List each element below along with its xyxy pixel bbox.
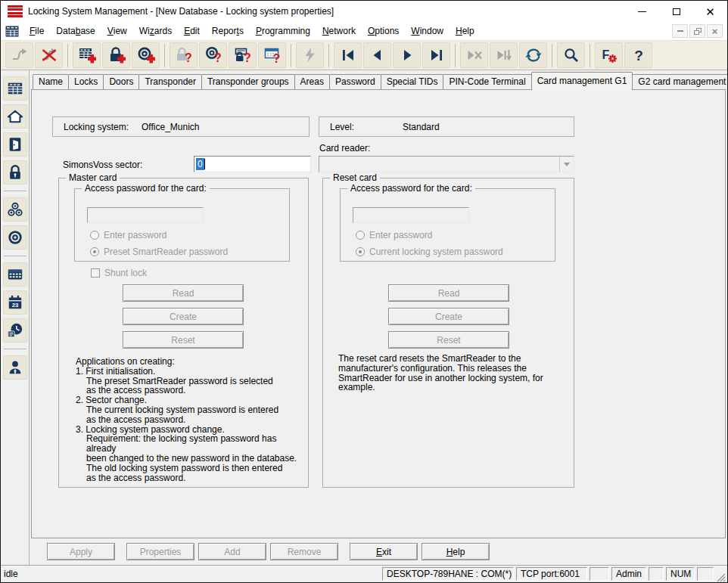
reset-reset-button[interactable]: Reset bbox=[388, 331, 509, 349]
tab-g2-card-management[interactable]: G2 card management bbox=[632, 74, 728, 89]
sidebar-transponder-button[interactable] bbox=[3, 225, 27, 250]
menu-reports[interactable]: Reports bbox=[206, 22, 250, 40]
tab-transponder[interactable]: Transponder bbox=[138, 74, 202, 89]
menu-view[interactable]: View bbox=[101, 22, 133, 40]
first-record-button[interactable] bbox=[334, 42, 362, 68]
menu-file[interactable]: File bbox=[23, 22, 50, 40]
remove-button[interactable]: Remove bbox=[270, 543, 338, 560]
jump-record-icon bbox=[495, 46, 513, 64]
sidebar-locking-system-button[interactable] bbox=[3, 76, 27, 101]
help-button[interactable]: ? bbox=[624, 42, 652, 68]
sidebar-lock-button[interactable] bbox=[3, 160, 27, 185]
master-password-input[interactable] bbox=[87, 207, 204, 223]
disconnect-icon bbox=[40, 46, 58, 64]
help-button-bottom[interactable]: Help bbox=[422, 543, 490, 560]
last-record-icon bbox=[428, 46, 446, 64]
properties-button[interactable]: Properties bbox=[126, 543, 194, 560]
disconnect-button[interactable] bbox=[35, 42, 63, 68]
new-lock-button[interactable] bbox=[102, 42, 130, 68]
new-transponder-button[interactable] bbox=[132, 42, 160, 68]
sidebar-door-button[interactable] bbox=[3, 132, 27, 157]
sidebar-user-button[interactable] bbox=[3, 355, 27, 380]
sidebar-transponder-group-button[interactable] bbox=[3, 197, 27, 222]
minimize-icon bbox=[638, 11, 646, 12]
add-button[interactable]: Add bbox=[198, 543, 266, 560]
maximize-icon bbox=[673, 8, 680, 15]
tab-areas[interactable]: Areas bbox=[294, 74, 330, 89]
master-radio-preset-password[interactable]: Preset SmartReader password bbox=[90, 247, 228, 257]
toolbar-separator bbox=[291, 44, 291, 67]
master-create-button[interactable]: Create bbox=[123, 308, 244, 325]
menu-programming[interactable]: Programming bbox=[250, 22, 316, 40]
sector-input[interactable]: 0 bbox=[194, 156, 311, 172]
door-icon bbox=[7, 136, 23, 153]
sidebar-log-button[interactable] bbox=[3, 318, 27, 343]
jump-record-button[interactable] bbox=[490, 42, 518, 68]
next-record-button[interactable] bbox=[393, 42, 421, 68]
tab-card-management-g1[interactable]: Card management G1 bbox=[531, 72, 633, 90]
minimize-button[interactable] bbox=[625, 1, 659, 22]
status-host: DESKTOP-789HANE : COM(*) bbox=[382, 567, 514, 581]
search-button[interactable] bbox=[557, 42, 585, 68]
maximize-button[interactable] bbox=[659, 1, 693, 22]
tab-password[interactable]: Password bbox=[329, 74, 381, 89]
cancel-record-button[interactable] bbox=[460, 42, 488, 68]
svg-text:23: 23 bbox=[11, 302, 18, 309]
simonsvoss-logo-icon bbox=[8, 5, 23, 17]
new-locking-system-button[interactable] bbox=[73, 42, 101, 68]
reset-radio-enter-password[interactable]: Enter password bbox=[356, 230, 432, 240]
previous-record-button[interactable] bbox=[363, 42, 391, 68]
mdi-close-button[interactable]: × bbox=[707, 24, 723, 38]
exit-button[interactable]: Exit bbox=[350, 543, 418, 560]
tab-name[interactable]: Name bbox=[33, 74, 69, 89]
sidebar-matrix-button[interactable] bbox=[3, 262, 27, 287]
mdi-restore-button[interactable] bbox=[689, 24, 705, 38]
read-device-button[interactable]: ? bbox=[258, 42, 286, 68]
reset-radio-current-password[interactable]: Current locking system password bbox=[356, 247, 503, 257]
resize-grip-icon[interactable] bbox=[716, 570, 726, 582]
dropdown-button[interactable] bbox=[559, 157, 574, 172]
minimize-icon bbox=[677, 30, 683, 32]
reset-read-button[interactable]: Read bbox=[388, 284, 509, 302]
close-button[interactable]: ✕ bbox=[693, 1, 727, 22]
master-radio-enter-password[interactable]: Enter password bbox=[90, 230, 166, 240]
last-record-button[interactable] bbox=[422, 42, 450, 68]
master-reset-button[interactable]: Reset bbox=[123, 331, 244, 349]
tab-doors[interactable]: Doors bbox=[103, 74, 139, 89]
read-lock-button[interactable]: ? bbox=[170, 42, 198, 68]
card-reader-select[interactable] bbox=[319, 156, 574, 172]
menu-network[interactable]: Network bbox=[316, 22, 362, 40]
menu-edit[interactable]: Edit bbox=[178, 22, 206, 40]
status-blank-1 bbox=[590, 567, 609, 581]
locking-system-value: Office_Munich bbox=[142, 122, 199, 132]
tab-special-tids[interactable]: Special TIDs bbox=[381, 74, 444, 89]
sidebar-home-button[interactable] bbox=[3, 104, 27, 129]
read-lock-g1-button[interactable]: ? bbox=[229, 42, 257, 68]
menu-database[interactable]: Database bbox=[50, 22, 101, 40]
program-icon bbox=[301, 46, 319, 64]
menu-wizards[interactable]: Wizards bbox=[133, 22, 178, 40]
read-transponder-button[interactable]: ? bbox=[199, 42, 227, 68]
mdi-minimize-button[interactable] bbox=[672, 24, 688, 38]
sidebar-calendar-button[interactable]: 23 bbox=[3, 290, 27, 315]
master-read-button[interactable]: Read bbox=[123, 284, 244, 302]
menu-options[interactable]: Options bbox=[362, 22, 405, 40]
filter-settings-button[interactable]: F bbox=[595, 42, 623, 68]
shunt-lock-checkbox[interactable]: Shunt lock bbox=[91, 268, 147, 278]
tab-locks[interactable]: Locks bbox=[68, 74, 104, 89]
close-icon: × bbox=[712, 26, 718, 36]
next-record-icon bbox=[398, 46, 416, 64]
apply-button[interactable]: Apply bbox=[47, 543, 115, 560]
program-button[interactable] bbox=[296, 42, 324, 68]
menu-help[interactable]: Help bbox=[450, 22, 481, 40]
sector-label: SimonsVoss sector: bbox=[63, 160, 142, 170]
close-icon: ✕ bbox=[705, 6, 715, 17]
tab-pin-code-terminal[interactable]: PIN-Code Terminal bbox=[443, 74, 531, 89]
first-record-icon bbox=[339, 46, 357, 64]
reset-create-button[interactable]: Create bbox=[388, 308, 509, 325]
menu-window[interactable]: Window bbox=[405, 22, 450, 40]
refresh-button[interactable] bbox=[519, 42, 547, 68]
tab-transponder-groups[interactable]: Transponder groups bbox=[201, 74, 295, 89]
connect-button[interactable] bbox=[5, 42, 33, 68]
reset-password-input[interactable] bbox=[353, 207, 469, 223]
